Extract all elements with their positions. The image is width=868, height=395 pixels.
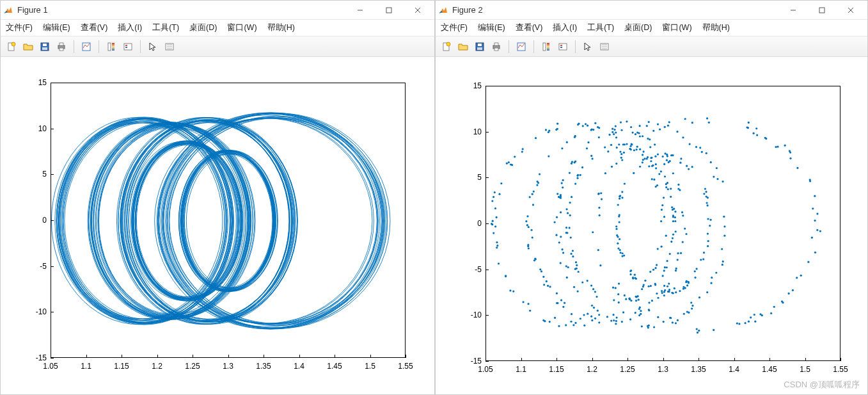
svg-point-596 <box>663 291 665 293</box>
svg-point-466 <box>711 277 713 278</box>
x-tick-label: 1.3 <box>223 362 233 371</box>
save-icon[interactable] <box>473 40 487 54</box>
menu-window[interactable]: 窗口(W) <box>659 21 694 35</box>
titlebar-2[interactable]: Figure 2 <box>436 1 867 20</box>
svg-point-560 <box>680 157 682 159</box>
menu-help[interactable]: 帮助(H) <box>265 21 297 35</box>
svg-point-199 <box>615 131 617 133</box>
svg-point-590 <box>703 252 705 254</box>
x-tick-label: 1.05 <box>478 365 493 374</box>
menu-insert[interactable]: 插入(I) <box>550 21 580 35</box>
svg-point-254 <box>560 299 562 301</box>
open-folder-icon[interactable] <box>456 40 470 54</box>
svg-point-478 <box>577 290 579 292</box>
minimize-button[interactable] <box>778 1 807 19</box>
svg-point-408 <box>647 156 649 158</box>
menu-insert[interactable]: 插入(I) <box>115 21 145 35</box>
svg-rect-8 <box>42 47 47 50</box>
svg-point-540 <box>703 193 705 195</box>
svg-point-324 <box>629 318 631 320</box>
link-plot-icon[interactable] <box>514 40 528 54</box>
svg-point-673 <box>624 294 626 296</box>
svg-point-451 <box>556 216 558 218</box>
axes-1[interactable] <box>51 83 406 358</box>
open-folder-icon[interactable] <box>21 40 35 54</box>
svg-point-400 <box>674 220 676 222</box>
y-tick-label: 0 <box>460 219 482 228</box>
svg-point-189 <box>654 267 656 269</box>
minimize-button[interactable] <box>345 1 374 19</box>
save-icon[interactable] <box>38 40 52 54</box>
svg-point-374 <box>662 275 664 277</box>
svg-point-313 <box>682 214 684 216</box>
x-tick-label: 1.2 <box>152 362 162 371</box>
svg-point-688 <box>618 282 620 284</box>
menu-view[interactable]: 查看(V) <box>513 21 546 35</box>
close-button[interactable] <box>836 1 865 19</box>
svg-point-264 <box>675 268 677 270</box>
svg-point-574 <box>706 202 707 204</box>
svg-point-452 <box>562 179 564 181</box>
svg-point-647 <box>667 125 669 127</box>
svg-point-318 <box>534 257 536 259</box>
menu-edit[interactable]: 编辑(E) <box>475 21 508 35</box>
x-tick-label: 1.4 <box>729 365 739 374</box>
close-button[interactable] <box>403 1 432 19</box>
legend-icon[interactable] <box>121 40 135 54</box>
new-file-icon[interactable] <box>439 40 454 54</box>
svg-rect-156 <box>547 43 549 51</box>
svg-point-447 <box>706 291 708 293</box>
link-plot-icon[interactable] <box>79 40 93 54</box>
menu-file[interactable]: 文件(F) <box>3 21 35 35</box>
menu-file[interactable]: 文件(F) <box>438 21 470 35</box>
menu-tools[interactable]: 工具(T) <box>150 21 182 35</box>
svg-point-388 <box>665 186 667 188</box>
svg-point-219 <box>655 186 657 188</box>
legend-icon[interactable] <box>556 40 570 54</box>
svg-point-541 <box>668 289 670 291</box>
maximize-button[interactable] <box>374 1 403 19</box>
svg-point-697 <box>784 145 786 147</box>
svg-point-413 <box>565 208 567 210</box>
svg-point-591 <box>618 215 620 217</box>
plot-area-2[interactable]: CSDN @顶呱呱程序 -15-10-50510151.051.11.151.2… <box>436 57 867 394</box>
svg-point-552 <box>662 156 664 157</box>
datatip-icon[interactable] <box>162 40 177 54</box>
svg-point-220 <box>648 165 650 167</box>
svg-point-698 <box>629 298 631 300</box>
menu-edit[interactable]: 编辑(E) <box>40 21 73 35</box>
axes-2[interactable] <box>485 86 840 361</box>
svg-point-367 <box>666 260 668 262</box>
svg-point-532 <box>615 225 617 227</box>
svg-point-577 <box>620 252 622 254</box>
colorbar-icon[interactable] <box>539 40 553 54</box>
menu-view[interactable]: 查看(V) <box>78 21 111 35</box>
plot-area-1[interactable]: -15-10-50510151.051.11.151.21.251.31.351… <box>1 57 434 394</box>
svg-point-570 <box>623 254 625 256</box>
svg-point-208 <box>644 280 646 282</box>
datatip-icon[interactable] <box>597 40 612 54</box>
menu-tools[interactable]: 工具(T) <box>585 21 617 35</box>
svg-point-320 <box>590 316 592 318</box>
svg-point-238 <box>652 269 654 271</box>
new-file-icon[interactable] <box>4 40 19 54</box>
svg-point-302 <box>532 237 533 239</box>
svg-point-412 <box>652 165 654 166</box>
svg-point-170 <box>612 314 614 316</box>
svg-point-333 <box>677 252 679 254</box>
svg-point-353 <box>574 183 576 185</box>
svg-point-419 <box>575 261 577 263</box>
print-icon[interactable] <box>489 40 503 54</box>
cursor-icon[interactable] <box>581 40 595 54</box>
svg-point-485 <box>723 216 725 218</box>
cursor-icon[interactable] <box>146 40 160 54</box>
menu-window[interactable]: 窗口(W) <box>225 21 259 35</box>
titlebar-1[interactable]: Figure 1 <box>1 1 434 20</box>
colorbar-icon[interactable] <box>104 40 118 54</box>
menu-desktop[interactable]: 桌面(D) <box>187 21 219 35</box>
menu-desktop[interactable]: 桌面(D) <box>622 21 654 35</box>
print-icon[interactable] <box>54 40 68 54</box>
svg-point-261 <box>561 147 563 149</box>
maximize-button[interactable] <box>807 1 836 19</box>
menu-help[interactable]: 帮助(H) <box>700 21 732 35</box>
